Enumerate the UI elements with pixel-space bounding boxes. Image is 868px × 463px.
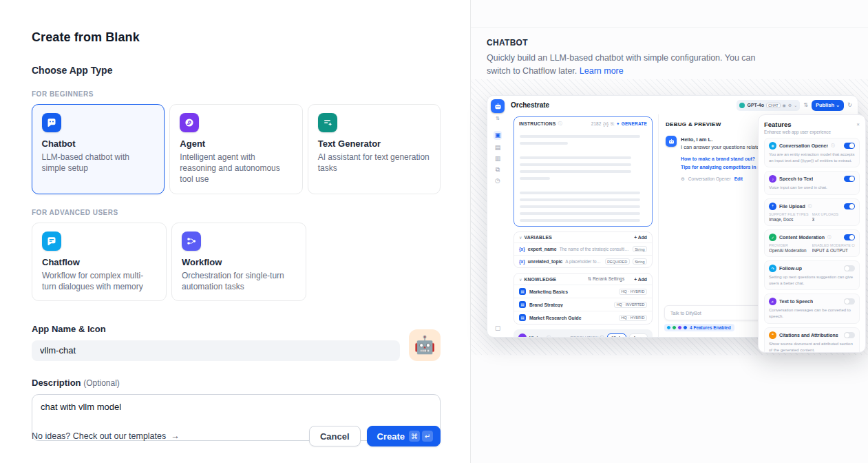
optional-hint: (Optional): [83, 378, 120, 388]
arrow-right-icon: →: [171, 431, 180, 441]
caret-down-icon: ∨: [519, 277, 522, 282]
app-name-input[interactable]: [32, 340, 400, 361]
instructions-header: INSTRUCTIONS ⓘ 2182 {x} ⎘ ✦ GENERATE: [514, 117, 652, 128]
text-to-speech-icon: ♬: [769, 298, 776, 305]
card-title: Workflow: [182, 257, 296, 267]
skeleton-line: [520, 198, 640, 201]
feature-item-file-upload: ⤒File Uploadⓘ SUPPORT FILE TYPESImage, D…: [764, 198, 860, 226]
agent-icon: [180, 113, 199, 132]
info-icon: ⓘ: [547, 335, 551, 338]
create-button[interactable]: Create ⌘ ↵: [367, 426, 441, 446]
conversation-opener-icon: ❋: [769, 142, 776, 150]
card-title: Chatbot: [42, 138, 155, 149]
card-title: Agent: [180, 138, 292, 149]
features-title: Features: [764, 121, 792, 128]
feature-item-conversation-opener: ❋Conversation Openerⓘ You are an entity …: [764, 138, 860, 167]
skeleton-line: [520, 156, 631, 159]
knowledge-panel: ∨ KNOWLEDGE ⇅ Rerank Settings + Add ▤ Ma…: [514, 273, 653, 325]
card-desc: AI assistant for text generation tasks: [318, 152, 430, 174]
variable-icon: {x}: [603, 121, 608, 126]
skeleton-line: [520, 192, 640, 194]
close-icon: ×: [856, 121, 860, 127]
feature-dot: [683, 325, 688, 330]
skeleton-line: [520, 219, 640, 222]
features-panel: Features × Enhance web app user experien…: [758, 114, 866, 353]
vision-row: ✦ Vision ⓘ RESOLUTION ⓘ High Low: [514, 329, 653, 338]
robot-emoji: 🤖: [414, 336, 435, 353]
type-badge: String: [633, 258, 647, 265]
gear-icon: ⚙: [681, 176, 685, 182]
resolution-high-button: High: [607, 333, 626, 338]
add-variable-button: + Add: [634, 235, 647, 240]
mock-rail-icons: ▣ ▤ ▥ ⧉ ◷: [494, 131, 502, 184]
feature-dot: [666, 325, 671, 330]
chevron-down-icon: ⌄: [836, 102, 840, 108]
info-icon: ⓘ: [827, 235, 832, 240]
mock-app-icon: [491, 99, 505, 113]
feature-item-citations: ❝Citations and Attributions Show source …: [764, 327, 860, 353]
orchestrate-panel-icon: ▣: [494, 131, 502, 140]
modal-footer: No ideas? Check out our templates → Canc…: [32, 426, 441, 446]
create-app-modal: Create from Blank Choose App Type FOR BE…: [0, 0, 470, 463]
mock-publish-button: Publish ⌄: [812, 100, 844, 111]
speech-to-text-icon: ♪: [769, 175, 776, 183]
history-icon: ↻: [847, 102, 852, 108]
sparkle-icon: ✦: [616, 121, 620, 126]
mock-swap-icon: ⇅: [496, 116, 500, 121]
knowledge-row: ▤ Brand Strategy HQ · INVERTED: [514, 298, 652, 311]
footer-buttons: Cancel Create ⌘ ↵: [309, 426, 441, 446]
document-icon: ▤: [519, 301, 526, 308]
cancel-button[interactable]: Cancel: [309, 426, 361, 446]
model-mode-badge: CHAT: [766, 103, 781, 108]
info-icon: ⓘ: [558, 121, 562, 127]
citations-icon: ❝: [769, 331, 776, 339]
feature-dot: [677, 325, 682, 330]
info-icon: ⓘ: [600, 336, 604, 338]
retrieval-badge: HQ · HYBRID: [619, 289, 647, 295]
skeleton-line: [520, 170, 631, 173]
app-type-card-agent[interactable]: Agent Intelligent agent with reasoning a…: [169, 104, 302, 194]
skeleton-line: [520, 177, 550, 180]
app-type-card-text-generator[interactable]: Text Generator AI assistant for text gen…: [308, 104, 441, 194]
follow-up-icon: ↷: [769, 265, 776, 272]
preview-description: Quickly build an LLM-based chatbot with …: [487, 52, 765, 78]
compare-icon: ⇅: [803, 102, 808, 108]
variables-header: ∨ VARIABLES + Add: [514, 232, 652, 243]
model-provider-icon: [739, 103, 745, 108]
page-title: Create from Blank: [32, 30, 441, 45]
required-badge: REQUIRED: [605, 258, 630, 265]
text-generator-icon: [318, 113, 337, 132]
features-subtitle: Enhance web app user experience: [764, 130, 860, 134]
app-type-preview-pane: CHATBOT Quickly build an LLM-based chatb…: [470, 0, 868, 463]
features-enabled-pill: 4 Features Enabled: [664, 324, 734, 331]
workflow-icon: [182, 232, 201, 251]
mock-editor-column: INSTRUCTIONS ⓘ 2182 {x} ⎘ ✦ GENERATE: [508, 114, 658, 337]
app-type-card-chatbot[interactable]: Chatbot LLM-based chatbot with simple se…: [32, 104, 165, 194]
learn-more-link[interactable]: Learn more: [580, 66, 624, 76]
app-icon-picker[interactable]: 🤖: [409, 329, 441, 361]
app-type-card-workflow[interactable]: Workflow Orchestration for single-turn a…: [171, 223, 306, 301]
card-desc: LLM-based chatbot with simple setup: [42, 152, 155, 174]
card-title: Text Generator: [318, 138, 430, 149]
feature-toggle: [844, 332, 855, 338]
generate-button: ✦ GENERATE: [616, 121, 647, 127]
variable-row: {x} unrelated_topic A placeholder for to…: [514, 255, 652, 267]
type-badge: String: [633, 246, 647, 252]
file-upload-icon: ⤒: [769, 203, 776, 210]
knowledge-row: ▤ Market Research Guide HQ · HYBRID: [514, 311, 652, 324]
copy-icon: ⎘: [611, 121, 614, 127]
skeleton-line: [520, 142, 568, 145]
skeleton-line: [520, 163, 631, 166]
preview-heading: CHATBOT: [487, 38, 868, 48]
app-type-card-chatflow[interactable]: Chatflow Workflow for complex multi-turn…: [32, 223, 167, 301]
knowledge-header: ∨ KNOWLEDGE ⇅ Rerank Settings + Add: [514, 274, 652, 285]
mock-topbar-right: GPT-4o CHAT ◉ ⚙ ⌄ ⇅ Publish ⌄ ↻: [737, 100, 852, 111]
feature-dot: [672, 325, 677, 330]
instructions-panel: INSTRUCTIONS ⓘ 2182 {x} ⎘ ✦ GENERATE: [514, 116, 653, 227]
mock-rail-bottom-icon: ▢: [495, 325, 501, 331]
mock-left-rail: ⇅ ▣ ▤ ▥ ⧉ ◷ ▢: [487, 96, 508, 337]
templates-link[interactable]: No ideas? Check out our templates →: [32, 431, 180, 441]
card-desc: Intelligent agent with reasoning and aut…: [180, 152, 292, 185]
preview-pane-header: [471, 0, 868, 28]
chatbot-icon: [42, 113, 61, 132]
